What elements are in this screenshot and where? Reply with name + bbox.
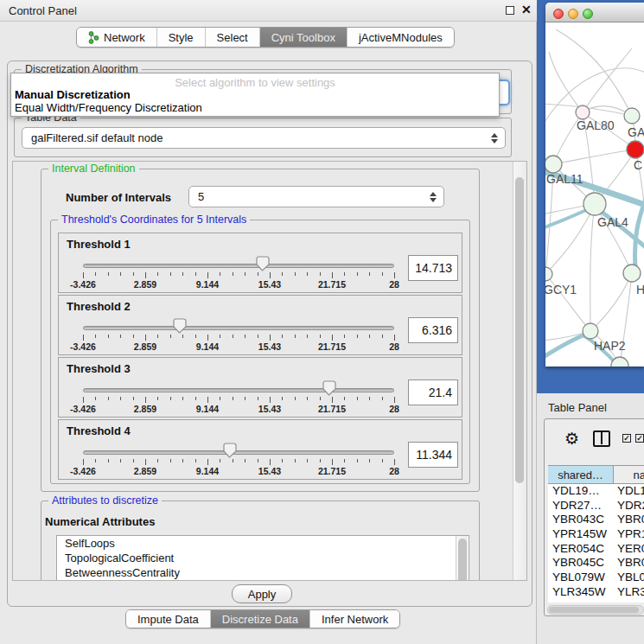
table-row[interactable]: YBL079WYBL0 — [548, 571, 644, 585]
threshold-value-field[interactable]: 14.713 — [408, 255, 458, 281]
tab-select[interactable]: Select — [206, 28, 260, 47]
threshold-slider-thumb[interactable] — [322, 380, 336, 395]
tab-jactivemnodules[interactable]: jActiveMNodules — [348, 28, 454, 47]
threshold-slider-thumb[interactable] — [172, 318, 187, 333]
thresholds-group-title: Threshold's Coordinates for 5 Intervals — [58, 214, 250, 226]
major-tick — [83, 397, 84, 403]
table-row[interactable]: YPR145WYPR1 — [548, 527, 644, 542]
cell-shared-name: YDL19… — [548, 484, 614, 499]
zoom-traffic-icon[interactable] — [583, 9, 593, 19]
settings-gear-icon[interactable]: ⚙ — [564, 429, 579, 449]
network-node-gal4[interactable] — [583, 193, 606, 215]
attributes-list-scrollbar[interactable] — [456, 536, 468, 581]
major-tick — [394, 335, 395, 341]
node-label: GA — [628, 125, 644, 139]
network-node-hap2[interactable] — [583, 323, 598, 339]
column-header-name[interactable]: na — [614, 466, 644, 483]
minor-tick — [344, 459, 345, 462]
checked-box-icon[interactable]: ✓ — [635, 434, 644, 443]
major-tick — [145, 272, 146, 278]
threshold-value-field[interactable]: 21.4 — [408, 379, 458, 405]
attribute-list-item[interactable]: BetweennessCentrality — [57, 565, 469, 580]
network-node-ga[interactable] — [624, 108, 640, 124]
major-tick — [270, 272, 271, 278]
network-node-gal11[interactable] — [545, 156, 562, 173]
table-row[interactable]: YDL19…YDL1 — [548, 484, 644, 499]
major-tick — [270, 335, 271, 341]
close-traffic-icon[interactable] — [553, 9, 564, 19]
attribute-list-item[interactable]: SelfLoops — [57, 536, 469, 551]
minimize-traffic-icon[interactable] — [568, 9, 578, 19]
minor-tick — [282, 272, 283, 276]
tab-discretize-data[interactable]: Discretize Data — [211, 610, 310, 628]
table-row[interactable]: YDR27…YDR2 — [548, 499, 644, 513]
attribute-list-item[interactable]: TopologicalCoefficient — [57, 551, 469, 565]
network-node-gcy1[interactable] — [545, 267, 552, 281]
node-label: HAP2 — [594, 339, 626, 353]
table-row[interactable]: YBR045CYBR0 — [548, 556, 644, 571]
minor-tick — [357, 272, 358, 276]
table-horizontal-scrollbar[interactable] — [547, 605, 644, 615]
tick-label: 2.859 — [134, 466, 156, 476]
node-table[interactable]: shared… na YDL19…YDL1YDR27…YDR2YBR043CYB… — [548, 465, 644, 603]
tab-network[interactable]: Network — [77, 28, 157, 47]
network-node-h[interactable] — [623, 265, 641, 282]
threshold-slider-track[interactable] — [83, 450, 394, 455]
minor-tick — [133, 335, 134, 338]
close-window-icon[interactable]: ✕ — [521, 3, 532, 16]
threshold-slider-track[interactable] — [83, 388, 394, 392]
tick-label: 9.144 — [196, 404, 219, 414]
tick-label: 9.144 — [196, 341, 219, 352]
minor-tick — [258, 335, 258, 338]
threshold-slider-thumb[interactable] — [255, 256, 270, 271]
tab-impute-data[interactable]: Impute Data — [126, 610, 211, 628]
top-tab-bar: Network Style Select Cyni Toolbox jActiv… — [76, 27, 455, 48]
algorithm-option-manual[interactable]: Manual Discretization — [11, 88, 499, 101]
tab-infer-network[interactable]: Infer Network — [310, 610, 399, 628]
minor-tick — [182, 272, 183, 276]
table-panel-title: Table Panel — [548, 401, 607, 414]
settings-scrollbar-thumb[interactable] — [515, 177, 524, 483]
cell-shared-name: YBR043C — [548, 513, 614, 527]
algorithm-dropdown-prompt: Select algorithm to view settings — [11, 73, 499, 88]
algorithm-dropdown-popup: Select algorithm to view settings Manual… — [10, 73, 500, 117]
minor-tick — [369, 459, 370, 462]
tick-label: 9.144 — [196, 279, 219, 290]
tab-style[interactable]: Style — [157, 28, 206, 47]
cell-name: YBL0 — [614, 571, 644, 585]
column-header-shared[interactable]: shared… — [548, 466, 614, 483]
settings-scrollbar[interactable] — [513, 162, 526, 580]
table-row[interactable]: YER054CYER0 — [548, 542, 644, 557]
threshold-slider-track[interactable] — [83, 326, 394, 330]
cell-name: YER0 — [614, 542, 644, 557]
float-window-icon[interactable] — [506, 6, 514, 15]
tab-cyni-toolbox[interactable]: Cyni Toolbox — [260, 28, 348, 47]
apply-button[interactable]: Apply — [232, 584, 292, 603]
threshold-slider-thumb[interactable] — [222, 443, 237, 457]
table-row[interactable]: YBR043CYBR0 — [548, 513, 644, 527]
network-node-gal80[interactable] — [576, 105, 590, 119]
minor-tick — [344, 272, 345, 276]
number-of-intervals-combobox[interactable]: 5 — [188, 186, 444, 207]
table-row[interactable]: YIL052CYIL0 — [548, 600, 644, 603]
checked-box-icon[interactable]: ✓ — [622, 434, 631, 443]
threshold-value-field[interactable]: 6.316 — [408, 317, 458, 343]
threshold-value-field[interactable]: 11.344 — [408, 442, 458, 468]
network-node-c[interactable] — [627, 141, 644, 158]
attributes-group-title: Attributes to discretize — [48, 494, 162, 507]
numerical-attributes-list[interactable]: SelfLoopsTopologicalCoefficientBetweenne… — [56, 535, 469, 581]
minor-tick — [344, 397, 345, 400]
combo-arrows-icon — [491, 132, 499, 144]
table-data-combobox[interactable]: galFiltered.sif default node — [22, 127, 506, 149]
split-columns-icon[interactable] — [593, 430, 610, 447]
network-canvas[interactable]: GAL80GACGAL11GAL4GCY1HHAP2 — [545, 22, 644, 367]
minor-tick — [95, 397, 96, 400]
threshold-slider-track[interactable] — [83, 264, 394, 268]
major-tick — [145, 335, 146, 341]
tick-label: -3.426 — [70, 279, 96, 290]
algorithm-option-equal-width[interactable]: Equal Width/Frequency Discretization — [11, 101, 499, 114]
network-node[interactable] — [611, 357, 628, 367]
major-tick — [332, 335, 333, 341]
table-row[interactable]: YLR345WYLR3 — [548, 585, 644, 600]
number-of-intervals-value: 5 — [198, 190, 204, 203]
